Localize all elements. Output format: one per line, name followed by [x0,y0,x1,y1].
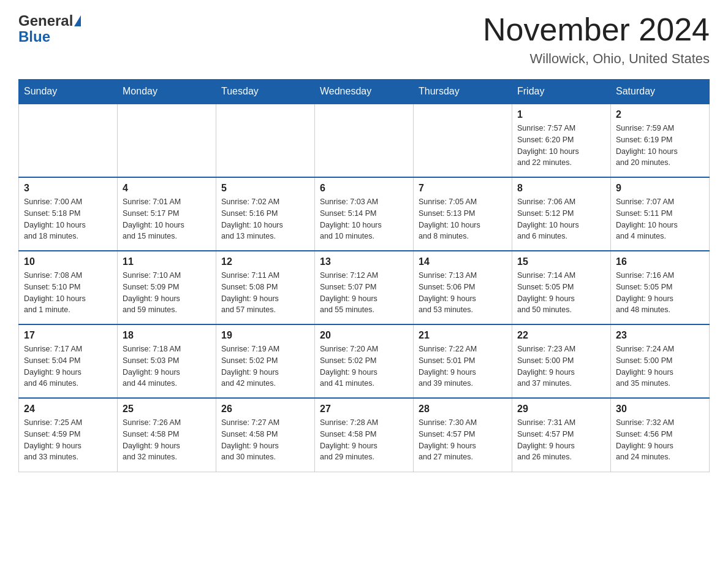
calendar-cell: 15Sunrise: 7:14 AM Sunset: 5:05 PM Dayli… [512,251,611,324]
logo-general-text: General [18,12,73,29]
day-number: 13 [320,256,408,267]
calendar-subtitle: Willowick, Ohio, United States [483,51,710,67]
day-info: Sunrise: 7:23 AM Sunset: 5:00 PM Dayligh… [517,343,605,389]
calendar-cell: 11Sunrise: 7:10 AM Sunset: 5:09 PM Dayli… [118,251,216,324]
day-number: 14 [419,256,507,267]
calendar-cell: 24Sunrise: 7:25 AM Sunset: 4:59 PM Dayli… [19,398,118,472]
calendar-cell: 22Sunrise: 7:23 AM Sunset: 5:00 PM Dayli… [512,324,611,398]
day-info: Sunrise: 7:27 AM Sunset: 4:58 PM Dayligh… [221,417,309,463]
weekday-header-wednesday: Wednesday [315,80,414,104]
calendar-title: November 2024 [483,12,710,47]
day-info: Sunrise: 7:01 AM Sunset: 5:17 PM Dayligh… [123,196,211,242]
calendar-cell [19,104,118,177]
calendar-cell: 4Sunrise: 7:01 AM Sunset: 5:17 PM Daylig… [118,177,216,251]
page-header: General Blue November 2024 Willowick, Oh… [18,12,710,67]
day-info: Sunrise: 7:59 AM Sunset: 6:19 PM Dayligh… [616,123,704,169]
calendar-week-row: 3Sunrise: 7:00 AM Sunset: 5:18 PM Daylig… [19,177,710,251]
day-info: Sunrise: 7:25 AM Sunset: 4:59 PM Dayligh… [24,417,112,463]
day-info: Sunrise: 7:57 AM Sunset: 6:20 PM Dayligh… [517,123,605,169]
calendar-week-row: 10Sunrise: 7:08 AM Sunset: 5:10 PM Dayli… [19,251,710,324]
day-number: 15 [517,256,605,267]
weekday-header-sunday: Sunday [19,80,118,104]
day-number: 25 [123,404,211,415]
logo: General Blue [18,12,81,44]
calendar-cell: 8Sunrise: 7:06 AM Sunset: 5:12 PM Daylig… [512,177,611,251]
day-info: Sunrise: 7:16 AM Sunset: 5:05 PM Dayligh… [616,270,704,316]
calendar-cell: 6Sunrise: 7:03 AM Sunset: 5:14 PM Daylig… [315,177,414,251]
day-info: Sunrise: 7:06 AM Sunset: 5:12 PM Dayligh… [517,196,605,242]
day-number: 2 [616,109,704,120]
day-info: Sunrise: 7:05 AM Sunset: 5:13 PM Dayligh… [419,196,507,242]
calendar-cell: 7Sunrise: 7:05 AM Sunset: 5:13 PM Daylig… [414,177,512,251]
day-number: 8 [517,183,605,194]
day-number: 5 [221,183,309,194]
day-number: 30 [616,404,704,415]
calendar-cell [315,104,414,177]
calendar-week-row: 24Sunrise: 7:25 AM Sunset: 4:59 PM Dayli… [19,398,710,472]
calendar-cell: 2Sunrise: 7:59 AM Sunset: 6:19 PM Daylig… [611,104,710,177]
day-number: 9 [616,183,704,194]
calendar-cell: 17Sunrise: 7:17 AM Sunset: 5:04 PM Dayli… [19,324,118,398]
day-info: Sunrise: 7:18 AM Sunset: 5:03 PM Dayligh… [123,343,211,389]
day-info: Sunrise: 7:31 AM Sunset: 4:57 PM Dayligh… [517,417,605,463]
calendar-cell: 28Sunrise: 7:30 AM Sunset: 4:57 PM Dayli… [414,398,512,472]
calendar-cell: 25Sunrise: 7:26 AM Sunset: 4:58 PM Dayli… [118,398,216,472]
day-number: 4 [123,183,211,194]
day-info: Sunrise: 7:30 AM Sunset: 4:57 PM Dayligh… [419,417,507,463]
day-number: 26 [221,404,309,415]
day-info: Sunrise: 7:32 AM Sunset: 4:56 PM Dayligh… [616,417,704,463]
calendar-cell: 19Sunrise: 7:19 AM Sunset: 5:02 PM Dayli… [216,324,315,398]
calendar-cell [414,104,512,177]
day-number: 12 [221,256,309,267]
day-info: Sunrise: 7:17 AM Sunset: 5:04 PM Dayligh… [24,343,112,389]
day-number: 20 [320,330,408,341]
weekday-header-thursday: Thursday [414,80,512,104]
calendar-cell: 30Sunrise: 7:32 AM Sunset: 4:56 PM Dayli… [611,398,710,472]
day-info: Sunrise: 7:08 AM Sunset: 5:10 PM Dayligh… [24,270,112,316]
day-info: Sunrise: 7:00 AM Sunset: 5:18 PM Dayligh… [24,196,112,242]
day-number: 27 [320,404,408,415]
logo-blue-text: Blue [18,29,50,44]
day-info: Sunrise: 7:20 AM Sunset: 5:02 PM Dayligh… [320,343,408,389]
day-number: 29 [517,404,605,415]
calendar-cell: 1Sunrise: 7:57 AM Sunset: 6:20 PM Daylig… [512,104,611,177]
day-number: 6 [320,183,408,194]
day-number: 23 [616,330,704,341]
calendar-cell: 29Sunrise: 7:31 AM Sunset: 4:57 PM Dayli… [512,398,611,472]
day-info: Sunrise: 7:10 AM Sunset: 5:09 PM Dayligh… [123,270,211,316]
day-info: Sunrise: 7:28 AM Sunset: 4:58 PM Dayligh… [320,417,408,463]
calendar-cell: 20Sunrise: 7:20 AM Sunset: 5:02 PM Dayli… [315,324,414,398]
day-info: Sunrise: 7:19 AM Sunset: 5:02 PM Dayligh… [221,343,309,389]
day-info: Sunrise: 7:11 AM Sunset: 5:08 PM Dayligh… [221,270,309,316]
calendar-table: SundayMondayTuesdayWednesdayThursdayFrid… [18,79,710,472]
day-info: Sunrise: 7:07 AM Sunset: 5:11 PM Dayligh… [616,196,704,242]
day-number: 28 [419,404,507,415]
weekday-header-tuesday: Tuesday [216,80,315,104]
calendar-cell: 18Sunrise: 7:18 AM Sunset: 5:03 PM Dayli… [118,324,216,398]
calendar-cell: 10Sunrise: 7:08 AM Sunset: 5:10 PM Dayli… [19,251,118,324]
title-block: November 2024 Willowick, Ohio, United St… [483,12,710,67]
calendar-cell [118,104,216,177]
day-number: 16 [616,256,704,267]
calendar-cell: 26Sunrise: 7:27 AM Sunset: 4:58 PM Dayli… [216,398,315,472]
weekday-header-saturday: Saturday [611,80,710,104]
logo-triangle-icon [74,15,81,26]
day-number: 24 [24,404,112,415]
calendar-cell: 3Sunrise: 7:00 AM Sunset: 5:18 PM Daylig… [19,177,118,251]
calendar-week-row: 17Sunrise: 7:17 AM Sunset: 5:04 PM Dayli… [19,324,710,398]
day-number: 1 [517,109,605,120]
weekday-header-friday: Friday [512,80,611,104]
day-info: Sunrise: 7:02 AM Sunset: 5:16 PM Dayligh… [221,196,309,242]
calendar-week-row: 1Sunrise: 7:57 AM Sunset: 6:20 PM Daylig… [19,104,710,177]
weekday-header-row: SundayMondayTuesdayWednesdayThursdayFrid… [19,80,710,104]
weekday-header-monday: Monday [118,80,216,104]
day-number: 3 [24,183,112,194]
calendar-cell: 27Sunrise: 7:28 AM Sunset: 4:58 PM Dayli… [315,398,414,472]
day-number: 10 [24,256,112,267]
day-number: 21 [419,330,507,341]
day-number: 19 [221,330,309,341]
day-number: 18 [123,330,211,341]
day-info: Sunrise: 7:26 AM Sunset: 4:58 PM Dayligh… [123,417,211,463]
calendar-cell: 21Sunrise: 7:22 AM Sunset: 5:01 PM Dayli… [414,324,512,398]
day-info: Sunrise: 7:12 AM Sunset: 5:07 PM Dayligh… [320,270,408,316]
